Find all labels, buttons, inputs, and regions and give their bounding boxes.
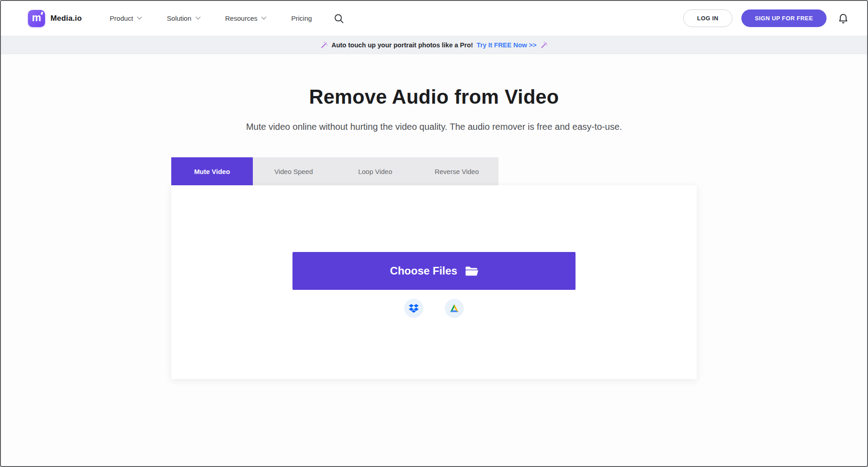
top-navigation-bar: m Media.io Product Solution Resources Pr… xyxy=(1,1,867,36)
tab-video-speed[interactable]: Video Speed xyxy=(253,157,334,185)
banner-message: Auto touch up your portrait photos like … xyxy=(331,41,473,49)
upload-card: Choose Files xyxy=(171,185,697,379)
tab-reverse-video[interactable]: Reverse Video xyxy=(416,157,498,185)
logo-tick-mark xyxy=(41,11,43,15)
page-title: Remove Audio from Video xyxy=(1,86,867,108)
nav-item-product[interactable]: Product xyxy=(110,14,141,22)
dropbox-button[interactable] xyxy=(404,299,423,318)
signup-button[interactable]: SIGN UP FOR FREE xyxy=(741,9,827,27)
choose-files-label: Choose Files xyxy=(390,265,457,277)
google-drive-icon xyxy=(449,304,459,313)
search-icon[interactable] xyxy=(333,13,344,24)
nav-label: Resources xyxy=(225,14,258,22)
nav-item-solution[interactable]: Solution xyxy=(167,14,199,22)
chevron-down-icon xyxy=(261,14,266,19)
google-drive-button[interactable] xyxy=(445,299,464,318)
magic-wand-icon xyxy=(540,41,548,49)
hero-section: Remove Audio from Video Mute video onlin… xyxy=(1,86,867,132)
nav-label: Product xyxy=(110,14,133,22)
header-actions: LOG IN SIGN UP FOR FREE xyxy=(683,9,848,27)
magic-wand-icon xyxy=(320,41,328,49)
dropbox-icon xyxy=(409,304,419,313)
open-folder-icon xyxy=(465,266,478,276)
mediaio-logo-icon: m xyxy=(28,10,45,27)
browser-page: m Media.io Product Solution Resources Pr… xyxy=(0,0,868,467)
tool-section: Mute Video Video Speed Loop Video Revers… xyxy=(171,157,697,379)
login-button[interactable]: LOG IN xyxy=(683,9,732,27)
nav-item-pricing[interactable]: Pricing xyxy=(291,14,312,22)
tab-loop-video[interactable]: Loop Video xyxy=(334,157,416,185)
promo-banner: Auto touch up your portrait photos like … xyxy=(1,36,867,54)
choose-files-button[interactable]: Choose Files xyxy=(292,252,576,290)
nav-label: Solution xyxy=(167,14,191,22)
nav-item-resources[interactable]: Resources xyxy=(225,14,265,22)
cloud-import-row xyxy=(171,299,697,318)
chevron-down-icon xyxy=(195,14,200,19)
tool-tabs: Mute Video Video Speed Loop Video Revers… xyxy=(171,157,498,185)
chevron-down-icon xyxy=(137,14,142,19)
nav-label: Pricing xyxy=(291,14,312,22)
logo-letter: m xyxy=(32,13,41,23)
page-subtitle: Mute video online without hurting the vi… xyxy=(1,122,867,132)
tab-mute-video[interactable]: Mute Video xyxy=(171,157,253,185)
notification-bell-icon[interactable] xyxy=(838,13,848,24)
brand-name: Media.io xyxy=(50,14,82,23)
main-nav: Product Solution Resources Pricing xyxy=(110,14,312,22)
mediaio-logo[interactable]: m Media.io xyxy=(28,10,82,27)
banner-cta-link[interactable]: Try It FREE Now >> xyxy=(477,41,537,49)
